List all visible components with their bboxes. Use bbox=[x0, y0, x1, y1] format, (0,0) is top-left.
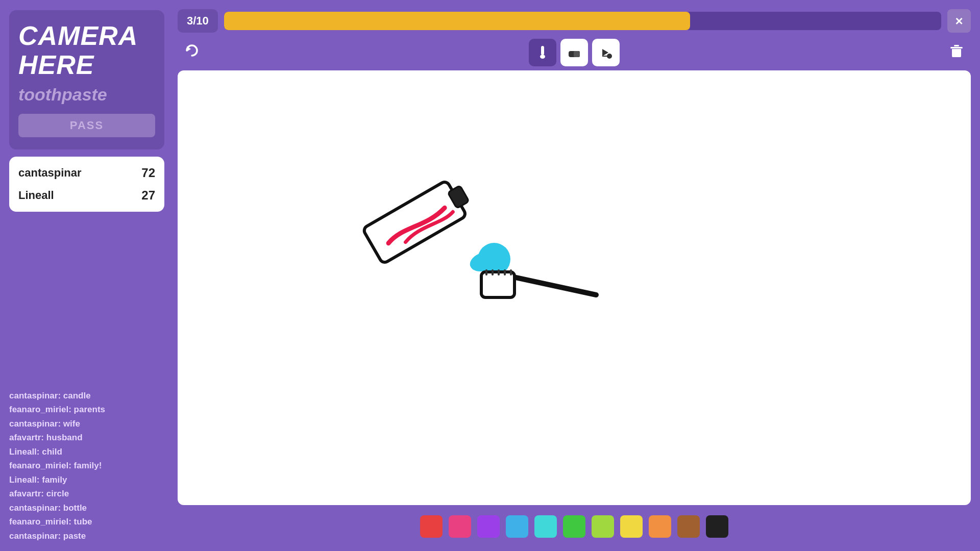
camera-section: CAMERA HERE toothpaste PASS bbox=[9, 10, 164, 149]
top-bar: 3/10 × bbox=[178, 9, 971, 33]
chat-message: cantaspinar: paste bbox=[9, 529, 164, 543]
canvas-area[interactable] bbox=[178, 70, 971, 505]
word-label: toothpaste bbox=[18, 85, 107, 105]
color-swatch-pink[interactable] bbox=[449, 515, 471, 538]
color-swatch-black[interactable] bbox=[706, 515, 728, 538]
close-button[interactable]: × bbox=[947, 9, 971, 33]
score-row-1: cantaspinar 72 bbox=[18, 162, 155, 184]
toolbar-left bbox=[181, 42, 203, 63]
svg-rect-7 bbox=[950, 47, 963, 48]
chat-message: afavartr: circle bbox=[9, 487, 164, 501]
right-panel: 3/10 × bbox=[174, 0, 980, 551]
pass-button[interactable]: PASS bbox=[18, 114, 155, 137]
chat-message: afavartr: husband bbox=[9, 431, 164, 445]
left-panel: CAMERA HERE toothpaste PASS cantaspinar … bbox=[0, 0, 174, 551]
color-swatch-green[interactable] bbox=[563, 515, 585, 538]
undo-button[interactable] bbox=[181, 42, 203, 63]
color-swatch-brown[interactable] bbox=[677, 515, 700, 538]
color-swatch-light-blue[interactable] bbox=[506, 515, 528, 538]
chat-message: cantaspinar: bottle bbox=[9, 501, 164, 515]
chat-section: cantaspinar: candlefeanaro_miriel: paren… bbox=[9, 219, 164, 551]
svg-point-2 bbox=[540, 55, 545, 59]
color-palette bbox=[178, 511, 971, 542]
color-swatch-red[interactable] bbox=[420, 515, 443, 538]
score-value-2: 27 bbox=[141, 188, 155, 203]
score-name-2: Lineall bbox=[18, 189, 54, 202]
brush-tool-button[interactable] bbox=[529, 39, 556, 66]
chat-message: cantaspinar: wife bbox=[9, 417, 164, 431]
camera-title: CAMERA HERE bbox=[18, 21, 155, 80]
toolbar bbox=[178, 39, 971, 66]
svg-rect-9 bbox=[952, 49, 961, 57]
score-value-1: 72 bbox=[141, 166, 155, 180]
svg-rect-1 bbox=[541, 46, 544, 55]
color-swatch-orange[interactable] bbox=[649, 515, 671, 538]
scores-section: cantaspinar 72 Lineall 27 bbox=[9, 157, 164, 212]
drawing-canvas[interactable] bbox=[178, 70, 971, 505]
progress-bar-fill bbox=[224, 12, 690, 30]
chat-message: feanaro_miriel: family! bbox=[9, 459, 164, 473]
color-swatch-cyan[interactable] bbox=[534, 515, 557, 538]
score-name-1: cantaspinar bbox=[18, 166, 82, 180]
color-swatch-purple[interactable] bbox=[477, 515, 500, 538]
svg-rect-8 bbox=[954, 45, 959, 46]
chat-message: feanaro_miriel: tube bbox=[9, 515, 164, 529]
color-swatch-light-green[interactable] bbox=[592, 515, 614, 538]
chat-message: feanaro_miriel: parents bbox=[9, 403, 164, 417]
fill-tool-button[interactable] bbox=[592, 39, 620, 66]
color-swatch-yellow[interactable] bbox=[620, 515, 643, 538]
progress-badge: 3/10 bbox=[178, 9, 218, 33]
toolbar-center bbox=[529, 39, 620, 66]
chat-message: Lineall: child bbox=[9, 445, 164, 459]
score-row-2: Lineall 27 bbox=[18, 184, 155, 207]
progress-bar-container bbox=[224, 12, 941, 30]
chat-message: cantaspinar: candle bbox=[9, 389, 164, 403]
eraser-tool-button[interactable] bbox=[560, 39, 588, 66]
svg-rect-4 bbox=[574, 51, 580, 57]
delete-button[interactable] bbox=[945, 43, 968, 63]
chat-message: Lineall: family bbox=[9, 473, 164, 487]
